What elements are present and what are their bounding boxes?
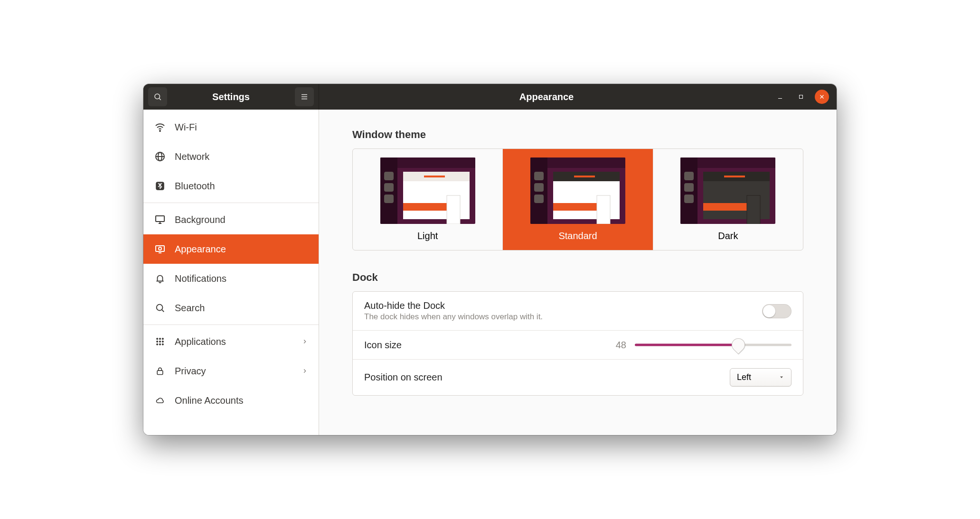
position-select[interactable]: Left (730, 368, 792, 387)
icon-size-value: 48 (607, 340, 626, 351)
titlebar-left: Settings (143, 84, 319, 110)
titlebar: Settings Appearance (143, 84, 837, 110)
theme-option-light[interactable]: Light (353, 149, 503, 250)
svg-rect-48 (534, 195, 544, 203)
svg-rect-58 (684, 183, 694, 192)
search-button[interactable] (148, 87, 167, 106)
settings-window: Settings Appearance (143, 84, 837, 435)
svg-rect-46 (534, 172, 544, 180)
svg-rect-36 (384, 183, 394, 192)
sidebar-item-background[interactable]: Background (143, 205, 319, 234)
sidebar-title: Settings (171, 92, 291, 102)
sidebar-item-label: Background (175, 214, 226, 225)
svg-rect-37 (384, 195, 394, 203)
svg-point-20 (157, 305, 163, 311)
maximize-icon (798, 94, 804, 100)
svg-point-0 (155, 94, 160, 99)
chevron-right-icon (302, 366, 308, 377)
autohide-switch[interactable] (762, 304, 792, 318)
titlebar-right: Appearance (319, 84, 837, 110)
sidebar-item-label: Search (175, 303, 205, 314)
svg-point-9 (160, 130, 160, 131)
window-body: Wi-Fi Network Bluetooth Background (143, 110, 837, 435)
svg-point-23 (159, 338, 160, 340)
svg-rect-14 (156, 216, 164, 222)
search-icon (154, 302, 166, 314)
svg-marker-65 (780, 377, 783, 379)
theme-option-standard[interactable]: Standard (503, 149, 653, 250)
window-theme-title: Window theme (352, 129, 803, 141)
bell-icon (154, 272, 166, 285)
svg-rect-59 (684, 195, 694, 203)
sidebar-item-label: Appearance (175, 244, 226, 255)
theme-thumbnail-light (380, 158, 475, 224)
appearance-icon (154, 243, 166, 255)
sidebar-item-appearance[interactable]: Appearance (143, 234, 319, 264)
position-select-value: Left (737, 372, 751, 382)
sidebar-item-bluetooth[interactable]: Bluetooth (143, 171, 319, 201)
chevron-down-icon (779, 372, 784, 382)
sidebar-item-label: Online Accounts (175, 395, 244, 406)
svg-point-27 (162, 341, 163, 342)
svg-rect-42 (447, 195, 460, 224)
monitor-icon (154, 213, 166, 226)
icon-size-label: Icon size (364, 340, 596, 351)
sidebar-item-wifi[interactable]: Wi-Fi (143, 112, 319, 142)
window-controls (773, 90, 832, 104)
content: Window theme (319, 110, 837, 435)
dock-title: Dock (352, 271, 803, 284)
sidebar-item-notifications[interactable]: Notifications (143, 264, 319, 293)
panel-title: Appearance (324, 92, 769, 102)
svg-rect-6 (800, 95, 803, 99)
chevron-right-icon (302, 336, 308, 347)
sidebar-item-label: Notifications (175, 273, 226, 284)
theme-option-label: Light (417, 231, 438, 241)
autohide-label: Auto-hide the Dock (364, 300, 751, 311)
slider-handle[interactable] (732, 338, 745, 352)
sidebar-item-search[interactable]: Search (143, 293, 319, 323)
svg-point-28 (157, 343, 158, 345)
sidebar-item-label: Bluetooth (175, 181, 215, 192)
sidebar-item-network[interactable]: Network (143, 142, 319, 171)
close-button[interactable] (815, 90, 829, 104)
maximize-button[interactable] (794, 90, 808, 104)
sidebar-divider (143, 324, 319, 325)
svg-rect-41 (403, 203, 447, 211)
svg-rect-35 (384, 172, 394, 180)
sidebar-item-label: Network (175, 151, 209, 162)
svg-point-24 (162, 338, 163, 340)
slider-fill (635, 344, 738, 346)
autohide-description: The dock hides when any windows overlap … (364, 312, 751, 322)
svg-point-30 (162, 343, 163, 345)
dock-autohide-row: Auto-hide the Dock The dock hides when a… (353, 292, 803, 331)
sidebar-divider (143, 203, 319, 203)
bluetooth-icon (154, 180, 166, 192)
icon-size-slider[interactable] (635, 339, 792, 351)
minimize-button[interactable] (773, 90, 787, 104)
theme-thumbnail-dark (680, 158, 775, 224)
svg-rect-52 (553, 203, 597, 211)
theme-option-dark[interactable]: Dark (653, 149, 803, 250)
wifi-icon (154, 121, 166, 133)
sidebar-item-privacy[interactable]: Privacy (143, 356, 319, 386)
svg-line-21 (162, 310, 164, 312)
svg-rect-40 (424, 176, 445, 177)
switch-knob (763, 305, 775, 317)
svg-rect-62 (724, 176, 745, 177)
sidebar-item-label: Applications (175, 336, 226, 347)
sidebar-item-label: Wi-Fi (175, 122, 197, 133)
sidebar-item-applications[interactable]: Applications (143, 327, 319, 356)
dock-position-row: Position on screen Left (353, 360, 803, 395)
svg-rect-31 (157, 371, 163, 374)
lock-icon (154, 365, 166, 377)
cloud-icon (154, 394, 166, 407)
svg-rect-64 (747, 195, 760, 224)
theme-thumbnail-standard (530, 158, 625, 224)
sidebar-item-online-accounts[interactable]: Online Accounts (143, 386, 319, 415)
theme-option-label: Dark (718, 231, 738, 241)
svg-rect-57 (684, 172, 694, 180)
position-label: Position on screen (364, 372, 718, 383)
svg-rect-47 (534, 183, 544, 192)
search-icon (153, 93, 162, 101)
hamburger-menu-button[interactable] (295, 87, 314, 106)
